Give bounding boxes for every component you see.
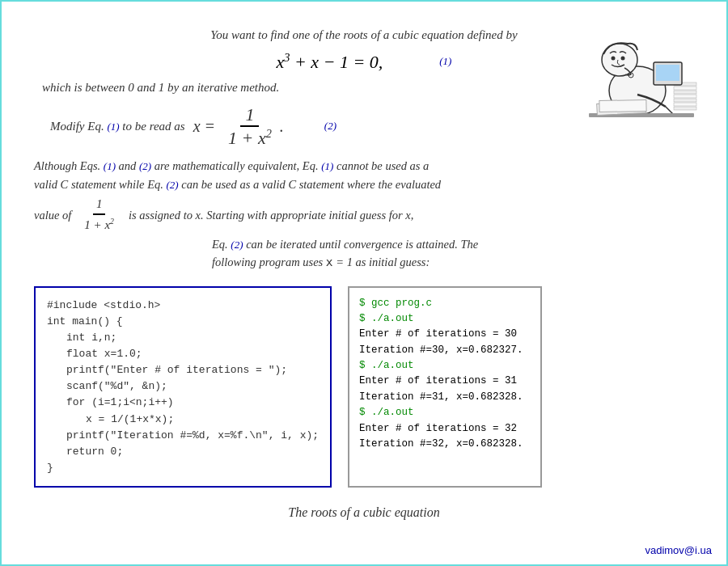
output-line-9: Enter # of iterations = 32 (359, 421, 531, 437)
although-section: Although Eqs. (1) and (2) are mathematic… (34, 157, 694, 271)
although-line5: following program uses x = 1 as initial … (212, 253, 694, 271)
output-line-1: $ gcc prog.c (359, 296, 531, 311)
code-line-9: printf("Iteration #=%d, x=%f.\n", i, x); (66, 428, 319, 444)
eq2-number: (2) (324, 120, 336, 133)
code-line-1: #include <stdio.h> (47, 298, 319, 314)
code-line-10: return 0; (66, 444, 319, 460)
output-line-10: Iteration #=32, x=0.682328. (359, 437, 531, 452)
output-line-8: $ ./a.out (359, 405, 531, 420)
output-box: $ gcc prog.c $ ./a.out Enter # of iterat… (348, 286, 542, 488)
code-line-3: int i,n; (66, 330, 319, 346)
svg-rect-12 (674, 99, 696, 102)
eq2-numerator: 1 (240, 104, 259, 127)
watermark: vadimov@i.ua (645, 544, 712, 556)
code-line-8: x = 1/(1+x*x); (86, 412, 319, 428)
eq2-period: . (280, 117, 284, 136)
output-line-2: $ ./a.out (359, 311, 531, 327)
eq1-math: x3 + x − 1 = 0, (277, 51, 383, 73)
inline-frac-num: 1 (93, 195, 106, 215)
svg-rect-13 (674, 103, 696, 106)
code-line-7: for (i=1;i<n;i++) (66, 395, 319, 411)
although-fraction-row: value of 1 1 + x2 is assigned to x. Star… (34, 195, 694, 235)
although-line2: valid C statement while Eq. (2) can be u… (34, 175, 694, 193)
code-line-11: } (47, 460, 319, 476)
svg-point-2 (612, 57, 616, 61)
although-line4: Eq. (2) can be iterated until convergenc… (212, 235, 694, 253)
code-section: #include <stdio.h> int main() { int i,n;… (34, 286, 694, 488)
output-line-4: Iteration #=30, x=0.682327. (359, 343, 531, 358)
code-line-6: scanf("%d", &n); (66, 378, 319, 395)
code-line-2: int main() { (47, 314, 319, 330)
code-line-4: float x=1.0; (66, 346, 319, 362)
svg-rect-11 (674, 95, 696, 98)
svg-rect-14 (674, 107, 696, 110)
svg-rect-7 (599, 99, 646, 112)
svg-rect-16 (656, 65, 679, 81)
although-line1: Although Eqs. (1) and (2) are mathematic… (34, 157, 694, 175)
value-of-label: value of (34, 206, 71, 224)
eq1-number: (1) (439, 55, 451, 68)
eq2-lhs: x = (193, 117, 215, 136)
code-box: #include <stdio.h> int main() { int i,n;… (34, 286, 332, 488)
output-line-6: Enter # of iterations = 31 (359, 374, 531, 389)
output-line-7: Iteration #=31, x=0.682328. (359, 390, 531, 405)
eq2-denominator: 1 + x2 (223, 127, 277, 149)
code-line-5: printf("Enter # of iterations = "); (66, 362, 319, 378)
svg-point-3 (621, 57, 625, 61)
output-line-5: $ ./a.out (359, 358, 531, 374)
eq2-fraction: 1 1 + x2 (223, 104, 277, 149)
output-line-3: Enter # of iterations = 30 (359, 327, 531, 342)
caption: The roots of a cubic equation (34, 505, 694, 520)
cartoon-image (557, 18, 702, 139)
assigned-text: is assigned to x. Starting with appropri… (129, 206, 413, 224)
svg-rect-10 (674, 91, 696, 94)
modify-label: Modify Eq. (1) to be read as (50, 120, 185, 133)
inline-frac-den: 1 + x2 (81, 215, 117, 234)
inline-fraction: 1 1 + x2 (81, 195, 117, 235)
svg-rect-9 (674, 87, 696, 90)
